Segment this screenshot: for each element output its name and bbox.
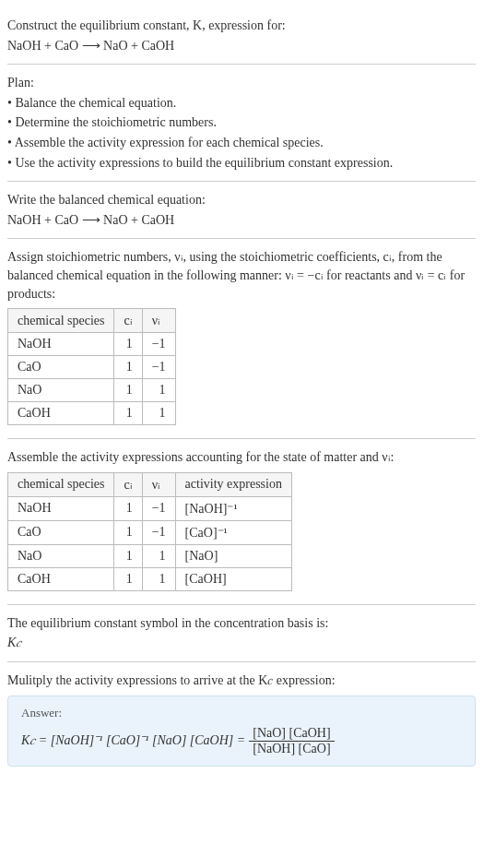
balanced-equation: NaOH + CaO ⟶ NaO + CaOH (7, 211, 476, 230)
cell-ci: 1 (114, 356, 142, 379)
table-row: NaO 1 1 (8, 379, 176, 402)
plan-step-3: • Assemble the activity expression for e… (7, 134, 476, 152)
cell-activity: [CaO]⁻¹ (175, 520, 291, 544)
col-vi: νᵢ (142, 309, 175, 333)
cell-vi: −1 (142, 356, 175, 379)
balanced-equation-heading: Write the balanced chemical equation: (7, 191, 476, 209)
table-row: NaO 1 1 [NaO] (8, 544, 292, 567)
plan-step-1: • Balance the chemical equation. (7, 94, 476, 113)
plan-step-2: • Determine the stoichiometric numbers. (7, 113, 476, 132)
prompt-line-1: Construct the equilibrium constant, K, e… (7, 17, 476, 35)
cell-vi: 1 (142, 544, 175, 567)
answer-label: Answer: (21, 706, 462, 720)
cell-ci: 1 (114, 567, 142, 590)
col-activity: activity expression (175, 472, 291, 496)
table-header-row: chemical species cᵢ νᵢ (8, 309, 176, 333)
cell-species: NaOH (8, 496, 114, 520)
cell-ci: 1 (114, 496, 142, 520)
prompt-section: Construct the equilibrium constant, K, e… (7, 7, 476, 64)
activity-section: Assemble the activity expressions accoun… (7, 438, 476, 604)
activity-intro: Assemble the activity expressions accoun… (7, 448, 476, 467)
symbol-kc: K𝑐 (7, 634, 476, 652)
plan-step-4: • Use the activity expressions to build … (7, 154, 476, 172)
table-header-row: chemical species cᵢ νᵢ activity expressi… (8, 472, 292, 496)
table-row: CaOH 1 1 [CaOH] (8, 567, 292, 590)
result-section: Mulitply the activity expressions to arr… (7, 661, 476, 774)
result-heading: Mulitply the activity expressions to arr… (7, 672, 476, 690)
table-row: NaOH 1 −1 (8, 333, 176, 356)
answer-box: Answer: K𝑐 = [NaOH]⁻¹ [CaO]⁻¹ [NaO] [CaO… (7, 696, 476, 767)
plan-heading: Plan: (7, 74, 476, 92)
cell-species: NaO (8, 544, 114, 567)
cell-activity: [NaOH]⁻¹ (175, 496, 291, 520)
cell-activity: [CaOH] (175, 567, 291, 590)
cell-ci: 1 (114, 379, 142, 402)
prompt-equation: NaOH + CaO ⟶ NaO + CaOH (7, 37, 476, 55)
table-row: CaO 1 −1 (8, 356, 176, 379)
table-row: CaO 1 −1 [CaO]⁻¹ (8, 520, 292, 544)
kc-lhs: K𝑐 = [NaOH]⁻¹ [CaO]⁻¹ [NaO] [CaOH] = (21, 733, 245, 748)
cell-ci: 1 (114, 402, 142, 425)
col-ci: cᵢ (114, 309, 142, 333)
cell-ci: 1 (114, 520, 142, 544)
stoichiometric-section: Assign stoichiometric numbers, νᵢ, using… (7, 238, 476, 438)
cell-species: CaO (8, 520, 114, 544)
table-row: CaOH 1 1 (8, 402, 176, 425)
kc-expression: K𝑐 = [NaOH]⁻¹ [CaO]⁻¹ [NaO] [CaOH] = [Na… (21, 726, 462, 756)
cell-ci: 1 (114, 333, 142, 356)
symbol-heading: The equilibrium constant symbol in the c… (7, 614, 476, 633)
cell-species: NaOH (8, 333, 114, 356)
stoichiometric-table: chemical species cᵢ νᵢ NaOH 1 −1 CaO 1 −… (7, 308, 176, 425)
cell-species: CaOH (8, 402, 114, 425)
cell-vi: −1 (142, 520, 175, 544)
activity-table: chemical species cᵢ νᵢ activity expressi… (7, 472, 292, 591)
stoichiometric-intro: Assign stoichiometric numbers, νᵢ, using… (7, 248, 476, 303)
cell-activity: [NaO] (175, 544, 291, 567)
col-species: chemical species (8, 309, 114, 333)
col-species: chemical species (8, 472, 114, 496)
table-row: NaOH 1 −1 [NaOH]⁻¹ (8, 496, 292, 520)
cell-ci: 1 (114, 544, 142, 567)
kc-fraction: [NaO] [CaOH] [NaOH] [CaO] (249, 726, 334, 756)
balanced-equation-section: Write the balanced chemical equation: Na… (7, 181, 476, 238)
kc-fraction-denominator: [NaOH] [CaO] (249, 742, 334, 756)
cell-vi: 1 (142, 379, 175, 402)
cell-vi: −1 (142, 496, 175, 520)
symbol-section: The equilibrium constant symbol in the c… (7, 604, 476, 661)
col-ci: cᵢ (114, 472, 142, 496)
cell-vi: −1 (142, 333, 175, 356)
col-vi: νᵢ (142, 472, 175, 496)
cell-vi: 1 (142, 567, 175, 590)
cell-species: NaO (8, 379, 114, 402)
cell-species: CaO (8, 356, 114, 379)
cell-vi: 1 (142, 402, 175, 425)
kc-fraction-numerator: [NaO] [CaOH] (249, 726, 334, 742)
plan-section: Plan: • Balance the chemical equation. •… (7, 64, 476, 181)
cell-species: CaOH (8, 567, 114, 590)
